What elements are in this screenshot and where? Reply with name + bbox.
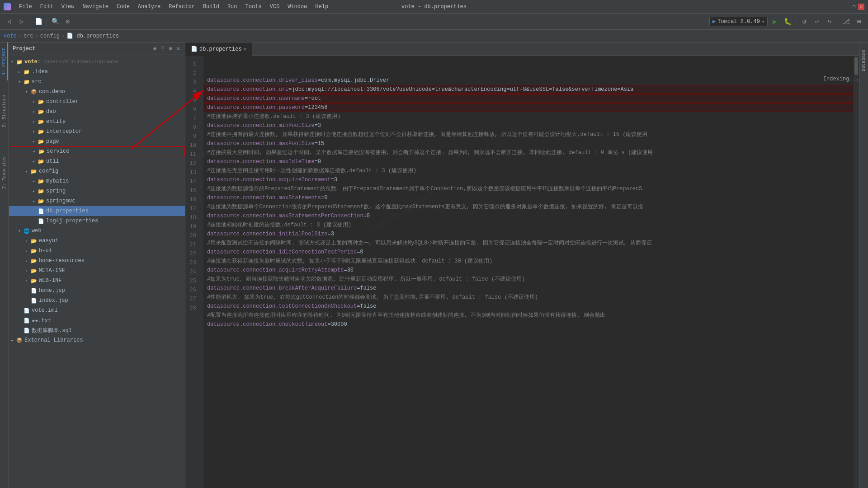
scrollbar-thumb[interactable]	[854, 57, 858, 75]
code-line-18[interactable]: datasource.connection.initialPoolSize=3	[203, 230, 854, 239]
code-line-13[interactable]: #连接池为数据源缓存的PreparedStatement的总数. 由于Prepa…	[203, 184, 854, 193]
run-config-dropdown-icon[interactable]: ▾	[762, 19, 764, 24]
toolbar-forward[interactable]: ▷	[16, 16, 27, 27]
code-line-7[interactable]: #连接池中拥有的最大连接数, 如果获得新连接时会使连接总数超过这个值则不会再获取…	[203, 130, 854, 139]
toolbar-settings[interactable]: ⚙	[62, 16, 73, 27]
tree-item-webinf[interactable]: ▸ 📂 WEB-INF	[9, 276, 185, 286]
code-line-10[interactable]: datasource.connection.maxIdleTime=0	[203, 157, 854, 166]
minimize-button[interactable]: —	[844, 4, 850, 10]
code-line-4[interactable]: datasource.connection.password=123456	[203, 103, 854, 112]
tree-item-controller[interactable]: ▸ 📂 controller	[9, 97, 185, 107]
tree-item-hui[interactable]: ▸ 📂 h-ui	[9, 246, 185, 256]
project-close-icon[interactable]: ✕	[175, 45, 181, 52]
tree-item-extlibs[interactable]: ▸ 📦 External Libraries	[9, 335, 185, 345]
run-config-selector[interactable]: ▶ Tomcat 8.0.49 ▾	[709, 17, 768, 26]
menu-refactor[interactable]: Refactor	[165, 3, 198, 11]
menu-navigate[interactable]: Navigate	[79, 3, 112, 11]
code-line-14[interactable]: datasource.connection.maxStatements=0	[203, 193, 854, 202]
menu-file[interactable]: File	[15, 3, 36, 11]
breadcrumb-vote[interactable]: vote	[4, 33, 17, 39]
breadcrumb-src[interactable]: src	[24, 33, 33, 39]
tree-item-comdemo[interactable]: ▾ 📦 com.demo	[9, 87, 185, 97]
menu-window[interactable]: Window	[284, 3, 311, 11]
toolbar-terminal[interactable]: ⊞	[854, 16, 864, 27]
tree-item-sqlscript[interactable]: 📄 数据库脚本.sql	[9, 325, 185, 335]
toolbar-redo[interactable]: ↪	[824, 16, 835, 27]
code-content[interactable]: datasource.connection.driver_class=com.m…	[203, 56, 854, 488]
tree-item-easyui[interactable]: ▸ 📂 easyui	[9, 236, 185, 246]
favorites-tab[interactable]: 2: Favorites	[1, 151, 8, 194]
code-line-8[interactable]: datasource.connection.maxPoolSize=15	[203, 139, 854, 148]
tree-item-metainf[interactable]: ▸ 📂 META-INF	[9, 266, 185, 276]
breadcrumb-config[interactable]: config	[40, 33, 60, 39]
menu-run[interactable]: Run	[224, 3, 241, 11]
db-tab[interactable]: Database	[860, 44, 867, 77]
tree-item-page[interactable]: ▸ 📂 page	[9, 136, 185, 146]
menu-tools[interactable]: Tools	[242, 3, 265, 11]
tree-item-homeresources[interactable]: ▸ 📂 home-resources	[9, 256, 185, 266]
toolbar-back[interactable]: ◁	[4, 16, 14, 27]
menu-view[interactable]: View	[58, 3, 78, 11]
tree-item-indexjsp[interactable]: 📄 index.jsp	[9, 296, 185, 305]
code-line-26[interactable]: datasource.connection.testConnectionOnCh…	[203, 302, 854, 311]
code-line-9[interactable]: #连接的最大空闲时间, 如果超过这个时间, 某个数据库连接还没有被使用, 则会断…	[203, 148, 854, 157]
menu-code[interactable]: Code	[113, 3, 133, 11]
code-line-15[interactable]: #连接池为数据源单个Connection缓存的PreparedStatement…	[203, 202, 854, 211]
tree-item-util[interactable]: ▸ 📂 util	[9, 156, 185, 166]
toolbar-undo[interactable]: ↩	[811, 16, 822, 27]
code-line-21[interactable]: #连接池在获得新连接失败时重试的次数, 如果小于等于0则无限重试直至连接获得成功…	[203, 257, 854, 266]
project-locate-icon[interactable]: ⊕	[152, 45, 158, 52]
tree-item-homejsp[interactable]: 📄 home.jsp	[9, 286, 185, 296]
code-line-17[interactable]: #连接池初始化时创建的连接数,default : 3 (建议使用)	[203, 221, 854, 230]
toolbar-sync[interactable]: ↺	[799, 16, 810, 27]
tree-item-src[interactable]: ▾ 📁 src	[9, 77, 185, 87]
code-line-24[interactable]: datasource.connection.breakAfterAcquireF…	[203, 284, 854, 293]
toolbar-file[interactable]: 📄	[33, 16, 44, 27]
tree-item-dbproperties[interactable]: 📄 db.properties	[9, 206, 185, 216]
code-line-25[interactable]: #性能消耗大. 如果为true, 在每次getConnection的时候都会测试…	[203, 293, 854, 302]
tree-item-config[interactable]: ▾ 📂 config	[9, 166, 185, 176]
debug-button[interactable]: 🐛	[782, 16, 793, 27]
code-line-19[interactable]: #用来配置测试空闲连接的间隔时间. 测试方式还是上面的两种之一, 可以用来解决M…	[203, 239, 854, 248]
tab-dbproperties[interactable]: 📄 db.properties ✕	[185, 42, 252, 56]
close-button[interactable]: ✕	[858, 4, 864, 10]
tree-item-log4j[interactable]: 📄 log4j.properties	[9, 216, 185, 226]
code-line-23[interactable]: #如果为true, 则当连接获取失败时自动关闭数据源, 除非重新启动应用程序. …	[203, 275, 854, 284]
code-line-16[interactable]: datasource.connection.maxStatementsPerCo…	[203, 211, 854, 221]
tree-item-mybatis[interactable]: ▸ 📂 mybatis	[9, 176, 185, 186]
tree-item-entity[interactable]: ▸ 📂 entity	[9, 117, 185, 127]
editor-scrollbar[interactable]	[854, 56, 859, 488]
project-tab[interactable]: 1: Project	[0, 42, 8, 80]
tree-item-vote[interactable]: ▾ 📁 vote C:\Users\51414\Desktop\vote	[9, 57, 185, 67]
breadcrumb-file[interactable]: 📄 db.properties	[66, 33, 119, 39]
tree-item-spring[interactable]: ▸ 📂 spring	[9, 186, 185, 196]
structure-tab[interactable]: 2: Structure	[1, 89, 8, 133]
editor-area[interactable]: 1234567891011121314151617181920212223242…	[185, 56, 859, 488]
code-line-1[interactable]: datasource.connection.driver_class=com.m…	[203, 76, 854, 85]
maximize-button[interactable]: ❐	[851, 4, 857, 10]
tree-item-service[interactable]: ▸ 📂 service	[9, 146, 185, 156]
code-line-6[interactable]: datasource.connection.minPoolSize=3	[203, 121, 854, 130]
tree-item-idea[interactable]: ▸ 📁 .idea	[9, 67, 185, 77]
toolbar-vcs[interactable]: ⎇	[841, 16, 852, 27]
menu-vcs[interactable]: VCS	[266, 3, 283, 11]
tree-item-interceptor[interactable]: ▸ 📂 interceptor	[9, 127, 185, 136]
menu-build[interactable]: Build	[199, 3, 223, 11]
project-collapse-icon[interactable]: ≡	[160, 45, 165, 52]
code-line-11[interactable]: #连接池在无空闲连接可用时一次性创建的新数据库连接数,default : 3 (…	[203, 166, 854, 175]
tree-item-dao[interactable]: ▸ 📂 dao	[9, 107, 185, 117]
code-line-20[interactable]: datasource.connection.idleConnectionTest…	[203, 248, 854, 257]
menu-edit[interactable]: Edit	[37, 3, 57, 11]
tree-item-startxt[interactable]: 📄 ★★.txt	[9, 315, 185, 325]
code-line-28[interactable]: datasource.connection.checkoutTimeout=30…	[203, 320, 854, 329]
tab-close-button[interactable]: ✕	[244, 47, 246, 52]
toolbar-search[interactable]: 🔍	[50, 16, 61, 27]
code-line-27[interactable]: #配置当连接池所有连接使用时应用程序的等待时间. 为0则无限等待直至有其他连接释…	[203, 311, 854, 320]
project-settings-icon[interactable]: ⚙	[168, 45, 174, 52]
menu-help[interactable]: Help	[311, 3, 332, 11]
code-line-22[interactable]: datasource.connection.acquireRetryAttemp…	[203, 266, 854, 275]
tree-item-web[interactable]: ▾ 🌐 web	[9, 226, 185, 236]
code-line-12[interactable]: datasource.connection.acquireIncrement=3	[203, 175, 854, 184]
code-line-5[interactable]: #连接池保持的最小连接数,default : 3 (建议使用)	[203, 112, 854, 121]
menu-analyze[interactable]: Analyze	[134, 3, 164, 11]
